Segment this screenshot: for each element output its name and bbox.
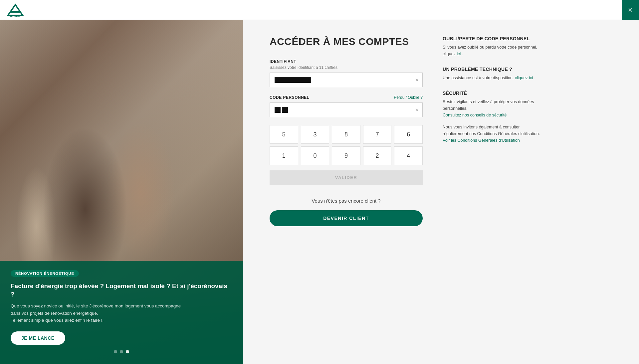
header: LORRAINE × (0, 0, 639, 20)
close-button[interactable]: × (622, 0, 639, 20)
dot-1[interactable] (114, 350, 117, 353)
identifiant-hint: Saisissez votre identifiant à 11 chiffre… (270, 65, 423, 70)
identifiant-label: IDENTIFIANT (270, 59, 423, 64)
numpad-btn-3[interactable]: 3 (301, 125, 329, 144)
identifiant-clear-icon[interactable]: × (415, 77, 419, 83)
numpad-btn-1[interactable]: 1 (270, 146, 298, 165)
dot-2[interactable] (120, 350, 123, 353)
technique-text: Une assistance est à votre disposition, (443, 76, 515, 80)
technique-link[interactable]: cliquez ici (515, 76, 533, 80)
right-panel: ACCÉDER À MES COMPTES IDENTIFIANT Saisis… (243, 20, 639, 364)
je-me-lance-button[interactable]: JE ME LANCE (11, 331, 65, 345)
securite-text2: Nous vous invitons également à consulter… (443, 125, 540, 136)
overlay-card: RÉNOVATION ÉNERGÉTIQUE Facture d'énergie… (0, 261, 243, 364)
dot-3[interactable] (126, 350, 129, 353)
devenir-client-button[interactable]: DEVENIR CLIENT (270, 210, 423, 226)
numpad-btn-2[interactable]: 2 (363, 146, 392, 165)
securite-link1[interactable]: Consultez nos conseils de sécurité (443, 113, 507, 117)
technique-section: UN PROBLÈME TECHNIQUE ? Une assistance e… (443, 67, 542, 81)
perdu-link[interactable]: Perdu / Oublié ? (394, 95, 423, 100)
identifiant-filled-mask (275, 77, 311, 83)
numpad-btn-4[interactable]: 4 (394, 146, 423, 165)
numpad-btn-5[interactable]: 5 (270, 125, 298, 144)
identifiant-field[interactable] (270, 73, 423, 87)
oubli-link[interactable]: ici (457, 52, 461, 56)
securite-section: SÉCURITÉ Restez vigilants et veillez à p… (443, 91, 542, 143)
main-layout: RÉNOVATION ÉNERGÉTIQUE Facture d'énergie… (0, 20, 639, 364)
left-panel: RÉNOVATION ÉNERGÉTIQUE Facture d'énergie… (0, 20, 243, 364)
code-label-row: CODE PERSONNEL Perdu / Oublié ? (270, 95, 423, 101)
securite-title: SÉCURITÉ (443, 91, 542, 96)
code-mask-square-2 (282, 107, 288, 113)
not-client-text: Vous n'êtes pas encore client ? (270, 198, 423, 204)
overlay-body: Que vous soyez novice ou initié, le site… (11, 302, 232, 324)
oubli-title: OUBLI/PERTE DE CODE PERSONNEL (443, 36, 542, 41)
numpad: 5387610924 (270, 125, 423, 165)
oubli-section: OUBLI/PERTE DE CODE PERSONNEL Si vous av… (443, 36, 542, 57)
numpad-btn-7[interactable]: 7 (363, 125, 392, 144)
securite-link2[interactable]: Voir les Conditions Générales d'Utilisat… (443, 138, 520, 143)
numpad-btn-8[interactable]: 8 (332, 125, 360, 144)
code-input-wrapper: × (270, 102, 423, 117)
ca-logo: LORRAINE (7, 3, 24, 17)
code-field[interactable] (270, 102, 423, 117)
overlay-title: Facture d'énergie trop élevée ? Logement… (11, 282, 232, 298)
numpad-btn-9[interactable]: 9 (332, 146, 360, 165)
code-clear-icon[interactable]: × (415, 107, 419, 113)
login-title: ACCÉDER À MES COMPTES (270, 36, 423, 47)
securite-text1: Restez vigilants et veillez à protéger v… (443, 98, 542, 112)
numpad-btn-6[interactable]: 6 (394, 125, 423, 144)
tag-badge: RÉNOVATION ÉNERGÉTIQUE (11, 270, 79, 277)
valider-button[interactable]: VALIDER (270, 170, 423, 185)
code-label: CODE PERSONNEL (270, 95, 310, 100)
logo-area: LORRAINE (7, 3, 24, 17)
technique-title: UN PROBLÈME TECHNIQUE ? (443, 67, 542, 72)
numpad-btn-0[interactable]: 0 (301, 146, 329, 165)
carousel-dots (11, 350, 232, 353)
code-mask-square-1 (275, 107, 281, 113)
login-form-area: ACCÉDER À MES COMPTES IDENTIFIANT Saisis… (270, 36, 423, 351)
side-help: OUBLI/PERTE DE CODE PERSONNEL Si vous av… (443, 36, 542, 351)
svg-text:LORRAINE: LORRAINE (9, 15, 21, 17)
identifiant-input-wrapper: × (270, 73, 423, 87)
